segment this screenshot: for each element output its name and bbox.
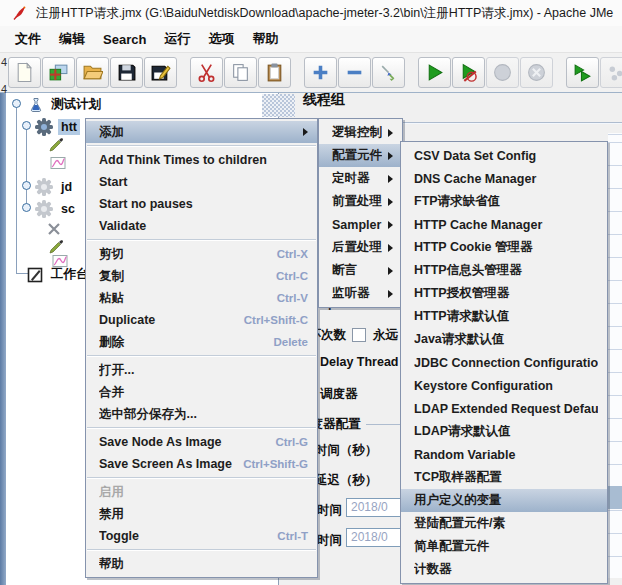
menu-item-java-request-defaults[interactable]: Java请求默认值 [401, 328, 607, 351]
menu-item-http-auth-manager[interactable]: HTTP授权管理器 [401, 282, 607, 305]
paste-button[interactable] [258, 57, 291, 88]
start-no-pauses-button[interactable] [452, 57, 485, 88]
menu-item-label: 帮助 [99, 556, 308, 573]
menu-item-disable[interactable]: 禁用 [86, 503, 317, 525]
tree-node-node-x-1[interactable] [46, 221, 62, 237]
add-button[interactable] [304, 57, 337, 88]
menu-item-assertion[interactable]: 断言 [319, 259, 402, 282]
cut-button[interactable] [190, 57, 223, 88]
menu-item-label: LDAP请求默认值 [414, 423, 598, 440]
stop-button [486, 57, 519, 88]
menu-item-label: Keystore Configuration [414, 379, 598, 393]
tree-node-workbench[interactable]: 工作台 [26, 265, 92, 284]
tree-node-thread-group-http[interactable]: htt [34, 117, 80, 137]
menu-item-save-selection-as[interactable]: 选中部分保存为... [86, 403, 317, 425]
tree-expand-handle[interactable] [22, 121, 31, 130]
menu-item-user-defined-variables[interactable]: 用户定义的变量 [401, 489, 607, 512]
tree-node-thread-group-jd[interactable]: jd [34, 177, 75, 197]
menu-item-delete[interactable]: 删除Delete [86, 331, 317, 353]
menu-item-tcp-sampler-config[interactable]: TCP取样器配置 [401, 466, 607, 489]
menu-item-http-request-defaults[interactable]: HTTP请求默认值 [401, 305, 607, 328]
menu-item-sampler[interactable]: Sampler [319, 213, 402, 236]
save-icon [116, 62, 137, 83]
menu-item-http-cache-manager[interactable]: HTTP Cache Manager [401, 213, 607, 236]
menu-item-ldap-request-defaults[interactable]: LDAP请求默认值 [401, 420, 607, 443]
menu-item-start-no-pauses[interactable]: Start no pauses [86, 193, 317, 215]
toggle-arrows-button[interactable] [372, 57, 405, 88]
tree-node-thread-group-sc[interactable]: sc [34, 199, 78, 219]
menu-item-paste[interactable]: 粘贴Ctrl-V [86, 287, 317, 309]
remove-icon [344, 62, 365, 83]
save-as-button[interactable] [144, 57, 177, 88]
menu-item-label: 粘贴 [99, 290, 269, 307]
menu-item-label: 前置处理器 [332, 193, 382, 210]
tree-node-test-plan[interactable]: 测试计划 [28, 95, 104, 114]
menu-item-pre-processor[interactable]: 前置处理器 [319, 190, 402, 213]
menu-item-ftp-request-defaults[interactable]: FTP请求缺省值 [401, 190, 607, 213]
menu-item-merge[interactable]: 合并 [86, 381, 317, 403]
jmeter-app-icon [12, 5, 28, 21]
menu-item-save-screen-as-image[interactable]: Save Screen As ImageCtrl+Shift-G [86, 453, 317, 475]
menubar-item-help[interactable]: 帮助 [243, 26, 287, 52]
menu-item-cut[interactable]: 剪切Ctrl-X [86, 243, 317, 265]
menu-item-random-variable[interactable]: Random Variable [401, 443, 607, 466]
tree-node-node-listener-1[interactable] [50, 155, 66, 171]
menu-item-toggle[interactable]: ToggleCtrl-T [86, 525, 317, 547]
remote-start-all-button[interactable] [566, 57, 599, 88]
splitter-handle[interactable] [262, 94, 295, 117]
open-folder-button[interactable] [76, 57, 109, 88]
copy-button[interactable] [224, 57, 257, 88]
forever-checkbox[interactable] [352, 328, 366, 342]
tree-expand-handle[interactable] [22, 181, 31, 190]
menu-item-label: 简单配置元件 [414, 538, 598, 555]
new-file-button[interactable] [8, 57, 41, 88]
menu-item-label: 定时器 [332, 170, 382, 187]
menubar-item-search[interactable]: Search [94, 28, 155, 51]
menu-item-http-header-manager[interactable]: HTTP信息头管理器 [401, 259, 607, 282]
tree-node-node-brush-1[interactable] [48, 137, 64, 153]
menu-item-listener[interactable]: 监听器 [319, 282, 402, 305]
menubar-item-options[interactable]: 选项 [199, 26, 243, 52]
menu-item-open[interactable]: 打开... [86, 359, 317, 381]
menu-item-start[interactable]: Start [86, 171, 317, 193]
menu-item-shortcut: Ctrl-T [277, 530, 308, 542]
menu-item-add-think-times[interactable]: Add Think Times to children [86, 149, 317, 171]
menu-item-save-node-as-image[interactable]: Save Node As ImageCtrl-G [86, 431, 317, 453]
menu-item-logic-controller[interactable]: 逻辑控制器 [319, 121, 402, 144]
menu-item-add[interactable]: 添加 [86, 121, 317, 143]
menu-item-post-processor[interactable]: 后置处理器 [319, 236, 402, 259]
menubar-item-file[interactable]: 文件 [6, 26, 50, 52]
menu-item-duplicate[interactable]: DuplicateCtrl+Shift-C [86, 309, 317, 331]
menu-item-label: HTTP授权管理器 [414, 285, 598, 302]
remove-button[interactable] [338, 57, 371, 88]
menu-item-csv-data-set-config[interactable]: CSV Data Set Config [401, 144, 607, 167]
menu-item-label: 启用 [99, 484, 308, 501]
templates-button[interactable] [42, 57, 75, 88]
menu-item-keystore-configuration[interactable]: Keystore Configuration [401, 374, 607, 397]
menu-item-dns-cache-manager[interactable]: DNS Cache Manager [401, 167, 607, 190]
shutdown-button [520, 57, 553, 88]
save-button[interactable] [110, 57, 143, 88]
start-button[interactable] [418, 57, 451, 88]
menu-item-config-element[interactable]: 配置元件 [319, 144, 402, 167]
bg-forever-label: 永远 [373, 327, 398, 344]
menu-item-help[interactable]: 帮助 [86, 553, 317, 575]
menubar-item-edit[interactable]: 编辑 [50, 26, 94, 52]
menu-item-jdbc-connection-configuration[interactable]: JDBC Connection Configuration [401, 351, 607, 374]
menu-item-http-cookie-manager[interactable]: HTTP Cookie 管理器 [401, 236, 607, 259]
toggle-arrows-icon [378, 62, 399, 83]
menu-item-timer[interactable]: 定时器 [319, 167, 402, 190]
menu-item-label: 断言 [332, 262, 382, 279]
menu-item-validate[interactable]: Validate [86, 215, 317, 237]
tree-expand-handle[interactable] [22, 203, 31, 212]
menu-item-ldap-extended-request-defaults[interactable]: LDAP Extended Request Defaults [401, 397, 607, 420]
menu-item-counter[interactable]: 计数器 [401, 558, 607, 581]
menu-item-copy[interactable]: 复制Ctrl-C [86, 265, 317, 287]
start-icon [424, 62, 445, 83]
tree-expand-handle[interactable] [12, 99, 21, 108]
menubar-item-run[interactable]: 运行 [155, 26, 199, 52]
menu-item-simple-config-element[interactable]: 简单配置元件 [401, 535, 607, 558]
menu-item-login-config-element[interactable]: 登陆配置元件/素 [401, 512, 607, 535]
submenu-arrow-icon [388, 129, 393, 137]
x-icon [46, 221, 62, 237]
